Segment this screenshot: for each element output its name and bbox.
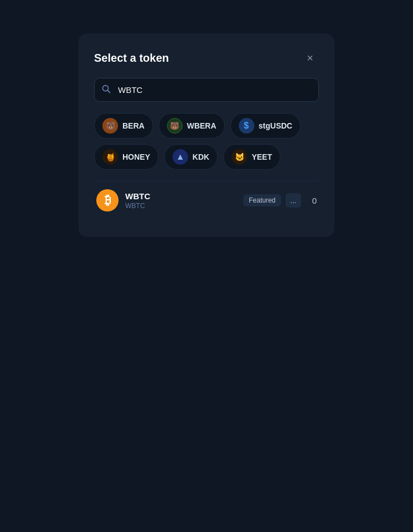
bera-label: BERA xyxy=(122,121,145,130)
token-chip-yeet[interactable]: 🐱 YEET xyxy=(223,144,281,170)
kdk-label: KDK xyxy=(193,152,209,161)
search-icon xyxy=(102,85,111,96)
wbtc-symbol: WBTC xyxy=(125,202,150,210)
token-balance: 0 xyxy=(306,196,317,205)
token-chip-wbera[interactable]: 🐻 WBERA xyxy=(159,113,225,139)
honey-icon: 🍯 xyxy=(102,149,118,165)
token-row-right: Featured ... 0 xyxy=(243,193,317,208)
wbtc-name: WBTC xyxy=(125,191,150,201)
select-token-modal: Select a token × 🐻 BERA 🐻 WBERA xyxy=(78,33,335,237)
wbtc-icon: ₿ xyxy=(96,189,119,211)
quick-tokens-container: 🐻 BERA 🐻 WBERA $ stgUSDC 🍯 HONEY ▲ KDK 🐱 xyxy=(94,113,319,170)
search-input[interactable] xyxy=(94,78,319,102)
search-container xyxy=(94,78,319,102)
page-backdrop: Select a token × 🐻 BERA 🐻 WBERA xyxy=(0,0,413,532)
bera-icon: 🐻 xyxy=(102,118,118,134)
svg-line-1 xyxy=(108,90,110,92)
wbtc-info: WBTC WBTC xyxy=(125,191,150,210)
token-list: ₿ WBTC WBTC Featured ... 0 xyxy=(94,181,319,219)
wbera-label: WBERA xyxy=(187,121,217,130)
wbera-icon: 🐻 xyxy=(167,118,183,134)
yeet-icon: 🐱 xyxy=(232,149,247,165)
more-options-button[interactable]: ... xyxy=(286,193,301,208)
stgusdc-label: stgUSDC xyxy=(259,121,293,130)
token-chip-bera[interactable]: 🐻 BERA xyxy=(94,113,153,139)
modal-title: Select a token xyxy=(94,52,169,65)
token-chip-honey[interactable]: 🍯 HONEY xyxy=(94,144,159,170)
stgusdc-icon: $ xyxy=(239,118,254,134)
honey-label: HONEY xyxy=(122,152,150,161)
token-chip-kdk[interactable]: ▲ KDK xyxy=(164,144,218,170)
modal-header: Select a token × xyxy=(94,49,319,67)
yeet-label: YEET xyxy=(252,152,272,161)
close-button[interactable]: × xyxy=(301,49,319,67)
token-chip-stgusdc[interactable]: $ stgUSDC xyxy=(230,113,301,139)
featured-badge: Featured xyxy=(243,194,281,206)
kdk-icon: ▲ xyxy=(173,149,188,165)
token-row-left: ₿ WBTC WBTC xyxy=(96,189,150,211)
token-row-wbtc[interactable]: ₿ WBTC WBTC Featured ... 0 xyxy=(94,181,319,219)
